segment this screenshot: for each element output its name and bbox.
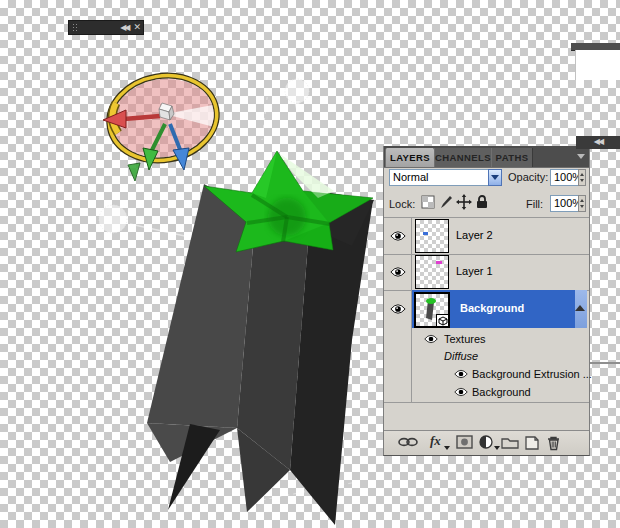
3d-light-widget[interactable] (99, 205, 127, 233)
lock-transparency-icon[interactable] (421, 195, 436, 210)
collapsed-panel-titlebar[interactable]: ◀◀ ✕ (68, 20, 144, 35)
3d-light-widget[interactable] (285, 79, 309, 113)
texture-item-label[interactable]: Background Extrusion ... (472, 368, 592, 380)
textures-header-row[interactable]: Textures (384, 330, 589, 348)
fill-spinner[interactable] (578, 195, 586, 212)
tab-channels[interactable]: CHANNELS (434, 148, 492, 167)
link-layers-icon[interactable] (397, 435, 419, 449)
new-group-folder-icon[interactable] (501, 435, 519, 450)
textures-label: Textures (444, 333, 486, 345)
layer-row-layer1[interactable]: Layer 1 (384, 254, 589, 290)
fill-label: Fill: (526, 198, 543, 210)
3d-axis-widget[interactable] (103, 67, 224, 181)
panel-menu-icon[interactable] (577, 154, 585, 159)
x-axis-shaft[interactable] (124, 116, 160, 119)
textures-collapse-icon[interactable] (575, 305, 585, 311)
texture-item-row[interactable]: Background (384, 383, 589, 401)
collapse-panel-icon[interactable]: ◀◀ (120, 22, 133, 33)
texture-item-row[interactable]: Background Extrusion ... (384, 365, 589, 383)
layers-panel: LAYERS CHANNELS PATHS Normal Opacity: 10… (383, 146, 590, 456)
lock-all-icon[interactable] (475, 194, 489, 210)
adjustment-menu-arrow-icon[interactable] (494, 446, 500, 450)
visibility-eye-icon[interactable] (390, 266, 406, 278)
texture-item-label[interactable]: Background (472, 386, 531, 398)
close-panel-icon[interactable]: ✕ (133, 22, 143, 33)
layer-style-fx-icon[interactable]: fx (430, 433, 441, 449)
opacity-label: Opacity: (508, 171, 548, 183)
lock-label: Lock: (389, 198, 415, 210)
lock-position-move-icon[interactable] (456, 194, 472, 210)
blend-mode-dropdown-icon[interactable] (488, 169, 502, 186)
dock-collapse-strip[interactable]: ◀◀ (576, 136, 620, 149)
visibility-eye-icon[interactable] (454, 387, 468, 397)
layer-thumbnail[interactable] (415, 255, 449, 289)
photoshop-canvas-area: ◀◀ ✕ LAYERS CHANNELS PATHS Normal Opacit… (0, 0, 620, 528)
visibility-eye-icon[interactable] (390, 303, 406, 315)
blend-mode-select[interactable]: Normal (389, 169, 490, 186)
map-type-label: Diffuse (444, 350, 478, 362)
layer-name[interactable]: Layer 2 (456, 229, 493, 241)
tab-paths[interactable]: PATHS (491, 148, 533, 167)
layer-name[interactable]: Layer 1 (456, 265, 493, 277)
opacity-spinner[interactable] (578, 169, 586, 186)
texture-map-type-row: Diffuse (384, 348, 589, 365)
layer-name[interactable]: Background (460, 302, 524, 314)
divider-line (588, 362, 620, 364)
visibility-eye-icon[interactable] (454, 369, 468, 379)
fill-input[interactable]: 100% (550, 195, 581, 212)
tab-layers[interactable]: LAYERS (385, 148, 435, 167)
3d-star-object[interactable] (147, 151, 374, 525)
visibility-eye-icon[interactable] (424, 334, 438, 344)
layer-row-background[interactable]: Background (384, 290, 589, 328)
new-layer-icon[interactable] (524, 435, 540, 451)
panel-tab-bar: LAYERS CHANNELS PATHS (384, 146, 589, 168)
layers-panel-footer: fx (384, 430, 589, 455)
opacity-input[interactable]: 100% (550, 169, 581, 186)
drag-grip-icon[interactable] (72, 23, 79, 32)
layer-thumbnail-3d[interactable] (414, 292, 450, 328)
3d-layer-badge-icon (436, 314, 449, 327)
lock-pixels-brush-icon[interactable] (439, 195, 454, 210)
fx-menu-arrow-icon[interactable] (444, 446, 450, 450)
delete-layer-trash-icon[interactable] (546, 435, 561, 451)
layer-thumbnail[interactable] (415, 219, 449, 253)
add-layer-mask-icon[interactable] (456, 435, 474, 450)
visibility-eye-icon[interactable] (390, 230, 406, 242)
panel-flyout-fragment (575, 50, 620, 80)
layer-row-layer2[interactable]: Layer 2 (384, 218, 589, 254)
adjustment-layer-icon[interactable] (479, 435, 494, 450)
